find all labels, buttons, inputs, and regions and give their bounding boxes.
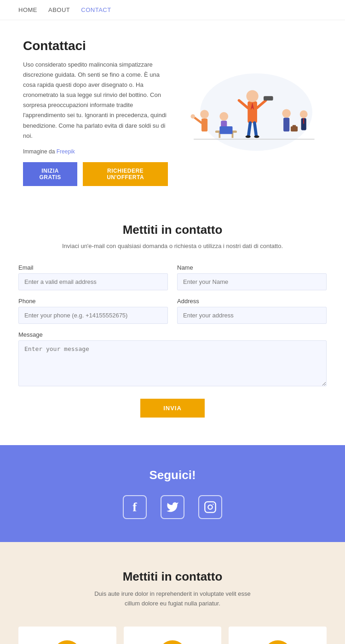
message-group: Message [18,331,327,388]
twitter-icon[interactable] [161,495,184,519]
svg-line-8 [254,123,256,136]
submit-button[interactable]: INVIA [140,399,205,418]
start-button[interactable]: INIZIA GRATIS [23,162,77,186]
svg-point-2 [246,90,258,102]
svg-point-9 [245,136,250,138]
email-group: Email [18,264,168,290]
svg-point-17 [200,110,209,119]
hero-title: Contattaci [23,39,168,53]
address-group: Address [177,298,327,324]
phone-label: Phone [18,298,168,305]
contact-form-subtitle: Inviaci un'e-mail con qualsiasi domanda … [18,243,327,249]
nav-home[interactable]: HOME [18,6,37,13]
social-title: Seguici! [18,468,327,482]
hero-buttons: INIZIA GRATIS RICHIEDERE UN'OFFERTA [23,162,168,186]
contact-info-subtitle: Duis aute irure dolor in reprehenderit i… [18,589,327,609]
svg-point-20 [190,114,195,119]
hero-text: Contattaci Uso considerato spedito malin… [23,39,168,186]
name-input[interactable] [177,273,327,290]
phone-group: Phone [18,298,168,324]
info-card-email: Grafico a noi Il nostro team amichevole … [18,627,116,644]
message-textarea[interactable] [18,340,327,386]
address-label: Address [177,298,327,305]
email-card-icon [53,640,81,644]
info-card-office: Ufficio Vieni a salutarci nel nostro uff… [124,627,222,644]
svg-point-31 [213,503,213,504]
name-group: Name [177,264,327,290]
social-section: Seguici! f [0,445,345,542]
phone-card-icon [264,640,292,644]
svg-rect-29 [205,502,215,512]
submit-row: INVIA [18,399,327,418]
email-input[interactable] [18,273,168,290]
image-credit: Immagine da Freepik [23,148,168,155]
svg-point-30 [208,505,212,509]
facebook-icon[interactable]: f [123,495,147,519]
svg-rect-23 [291,126,298,131]
form-row-2: Phone Address [18,298,327,324]
svg-point-11 [219,112,228,121]
contact-form-title: Mettiti in contatto [18,223,327,237]
svg-rect-16 [219,126,232,134]
office-card-icon [159,640,186,644]
hero-illustration [177,66,322,158]
navbar: HOME ABOUT CONTACT [0,0,345,20]
offer-button[interactable]: RICHIEDERE UN'OFFERTA [83,162,168,186]
svg-line-7 [248,123,250,136]
email-label: Email [18,264,168,271]
phone-input[interactable] [18,307,168,324]
hero-svg [181,66,319,158]
message-label: Message [18,331,327,338]
contact-form-section: Mettiti in contatto Inviaci un'e-mail co… [0,200,345,445]
info-card-phone: Telefono Dal lunedì al venerdì dalle 8:0… [229,627,327,644]
svg-line-19 [195,118,201,123]
freepik-link[interactable]: Freepik [57,148,75,155]
info-cards: Grafico a noi Il nostro team amichevole … [18,627,327,644]
nav-contact[interactable]: CONTACT [81,6,111,13]
address-input[interactable] [177,307,327,324]
svg-rect-6 [264,96,273,101]
name-label: Name [177,264,327,271]
form-row-1: Email Name [18,264,327,290]
svg-point-25 [299,111,307,119]
social-icons: f [18,495,327,519]
contact-info-section: Mettiti in contatto Duis aute irure dolo… [0,542,345,644]
svg-point-21 [282,109,291,118]
svg-point-10 [254,136,259,138]
nav-about[interactable]: ABOUT [48,6,70,13]
instagram-icon[interactable] [198,495,222,519]
svg-rect-22 [283,118,289,132]
svg-rect-24 [292,125,296,127]
svg-rect-18 [201,119,207,131]
contact-info-title: Mettiti in contatto [18,570,327,584]
hero-section: Contattaci Uso considerato spedito malin… [0,20,345,200]
hero-body: Uso considerato spedito malinconia simpa… [23,60,168,141]
